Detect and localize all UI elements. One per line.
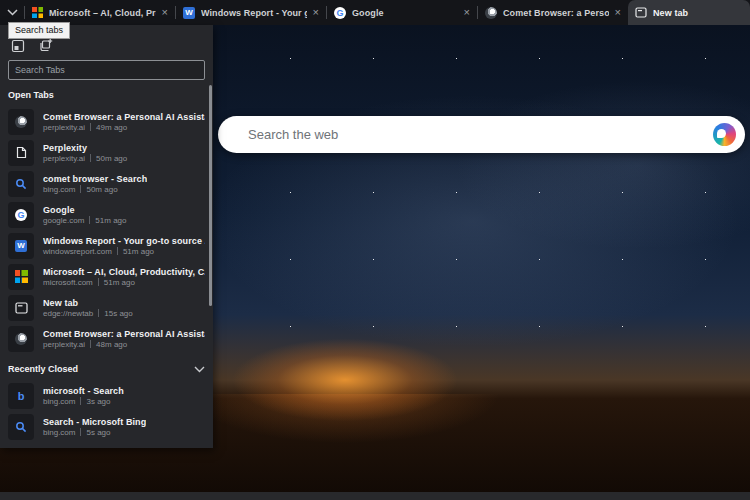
item-domain: edge://newtab xyxy=(43,309,93,318)
item-domain: microsoft.com xyxy=(43,278,93,287)
recently-closed-list: b microsoft - Search bing.com3s ago Sear… xyxy=(0,380,213,442)
item-title: comet browser - Search xyxy=(43,174,147,184)
copilot-icon[interactable] xyxy=(713,123,736,146)
chevron-down-icon xyxy=(7,9,18,16)
open-tabs-header: Open Tabs xyxy=(8,90,205,100)
open-tab-item[interactable]: Perplexity perplexity.ai50m ago xyxy=(0,137,213,168)
favicon-tile: b xyxy=(8,383,34,409)
tab-bar: Microsoft – AI, Cloud, Product × W Windo… xyxy=(0,0,750,25)
item-title: Perplexity xyxy=(43,143,127,153)
tab-new-tab[interactable]: New tab xyxy=(628,0,750,25)
open-tab-item[interactable]: comet browser - Search bing.com50m ago xyxy=(0,168,213,199)
tab-title: Windows Report - Your go-to xyxy=(201,8,307,18)
tab-title: Google xyxy=(352,8,458,18)
item-time: 48m ago xyxy=(96,340,127,349)
favicon-tile xyxy=(8,295,34,321)
separator xyxy=(90,154,91,162)
separator xyxy=(98,309,99,317)
open-tabs-header-label: Open Tabs xyxy=(8,90,54,100)
favicon-tile xyxy=(8,414,34,440)
item-domain: bing.com xyxy=(43,397,75,406)
google-favicon-icon: G xyxy=(334,7,346,19)
open-tab-item[interactable]: New tab edge://newtab15s ago xyxy=(0,292,213,323)
item-time: 51m ago xyxy=(123,247,154,256)
recently-closed-header-label: Recently Closed xyxy=(8,364,78,374)
new-tab-favicon-icon xyxy=(15,302,28,314)
recently-closed-item[interactable]: Search - Microsoft Bing bing.com5s ago xyxy=(0,411,213,442)
item-domain: bing.com xyxy=(43,185,75,194)
tooltip: Search tabs xyxy=(8,22,70,39)
separator xyxy=(117,247,118,255)
favicon-tile xyxy=(8,326,34,352)
browser-window: Microsoft – AI, Cloud, Product × W Windo… xyxy=(0,0,750,500)
close-icon[interactable]: × xyxy=(162,7,168,18)
web-search-bar[interactable]: Search the web xyxy=(218,116,745,153)
favicon-tile xyxy=(8,264,34,290)
favicon-tile xyxy=(8,140,34,166)
item-title: Comet Browser: a Personal AI Assistant xyxy=(43,112,205,122)
item-domain: perplexity.ai xyxy=(43,340,85,349)
tab-title: Microsoft – AI, Cloud, Product xyxy=(49,8,156,18)
item-title: Windows Report - Your go-to source ... xyxy=(43,236,205,246)
open-tab-item[interactable]: G Google google.com51m ago xyxy=(0,199,213,230)
close-icon[interactable]: × xyxy=(464,7,470,18)
separator xyxy=(98,278,99,286)
scrollbar[interactable] xyxy=(209,85,212,306)
tab-windows-report[interactable]: W Windows Report - Your go-to × xyxy=(176,0,326,25)
item-title: Comet Browser: a Personal AI Assistant xyxy=(43,329,205,339)
comet-favicon-icon xyxy=(15,333,27,345)
microsoft-favicon-icon xyxy=(15,270,28,283)
open-tab-item[interactable]: W Windows Report - Your go-to source ...… xyxy=(0,230,213,261)
web-search-placeholder: Search the web xyxy=(248,127,713,142)
item-time: 5s ago xyxy=(86,428,110,437)
open-tab-item[interactable]: Microsoft – AI, Cloud, Productivity, C..… xyxy=(0,261,213,292)
restore-tab-icon xyxy=(38,38,53,53)
item-domain: google.com xyxy=(43,216,84,225)
item-time: 50m ago xyxy=(96,154,127,163)
item-time: 51m ago xyxy=(104,278,135,287)
item-domain: windowsreport.com xyxy=(43,247,112,256)
bing-favicon-icon: b xyxy=(15,389,28,402)
open-tabs-view-button[interactable] xyxy=(10,38,25,53)
search-tabs-input[interactable] xyxy=(8,60,205,80)
open-tab-item[interactable]: Comet Browser: a Personal AI Assistant p… xyxy=(0,106,213,137)
item-time: 50m ago xyxy=(86,185,117,194)
item-time: 3s ago xyxy=(86,397,110,406)
microsoft-favicon-icon xyxy=(32,7,43,18)
close-icon[interactable]: × xyxy=(313,7,319,18)
chevron-down-icon[interactable] xyxy=(194,366,205,373)
separator xyxy=(80,397,81,405)
item-title: Google xyxy=(43,205,127,215)
recently-closed-item[interactable]: b microsoft - Search bing.com3s ago xyxy=(0,380,213,411)
google-favicon-icon: G xyxy=(15,209,27,221)
close-icon[interactable]: × xyxy=(615,7,621,18)
tab-view-icon xyxy=(11,39,25,53)
favicon-tile xyxy=(8,109,34,135)
separator xyxy=(90,123,91,131)
restore-tab-button[interactable] xyxy=(38,38,53,53)
tab-title: New tab xyxy=(653,8,743,18)
separator xyxy=(90,340,91,348)
favicon-tile: W xyxy=(8,233,34,259)
comet-favicon-icon xyxy=(15,116,27,128)
tab-google[interactable]: G Google × xyxy=(327,0,477,25)
search-favicon-icon xyxy=(15,421,27,433)
separator xyxy=(80,185,81,193)
separator xyxy=(80,428,81,436)
favicon-tile xyxy=(8,171,34,197)
open-tab-item[interactable]: Comet Browser: a Personal AI Assistant p… xyxy=(0,323,213,354)
item-domain: perplexity.ai xyxy=(43,123,85,132)
item-title: microsoft - Search xyxy=(43,386,124,396)
windows-report-favicon-icon: W xyxy=(183,7,195,19)
favicon-tile: G xyxy=(8,202,34,228)
item-domain: perplexity.ai xyxy=(43,154,85,163)
tab-search-panel: Open Tabs Comet Browser: a Personal AI A… xyxy=(0,25,213,448)
item-time: 51m ago xyxy=(95,216,126,225)
tab-comet-browser[interactable]: Comet Browser: a Personal AI × xyxy=(478,0,628,25)
recently-closed-header[interactable]: Recently Closed xyxy=(8,364,205,374)
windows-report-favicon-icon: W xyxy=(15,240,27,252)
open-tabs-list: Comet Browser: a Personal AI Assistant p… xyxy=(0,106,213,354)
item-title: New tab xyxy=(43,298,133,308)
item-time: 49m ago xyxy=(96,123,127,132)
document-favicon-icon xyxy=(16,146,27,159)
